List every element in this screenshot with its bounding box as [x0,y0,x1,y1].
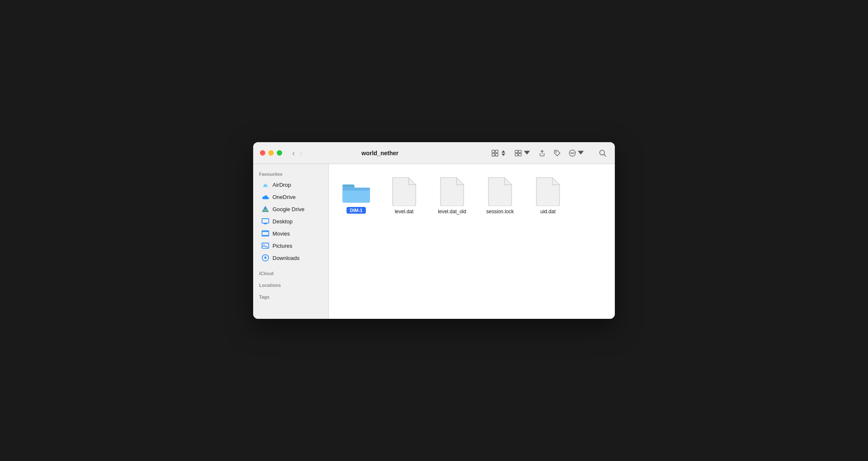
file-name: level.dat [395,209,414,215]
sidebar-item-label: AirDrop [273,182,291,188]
grid-view-button[interactable] [490,148,509,159]
sidebar-item-pictures[interactable]: Pictures [256,240,326,252]
onedrive-icon [262,193,269,201]
svg-rect-32 [264,235,265,236]
svg-line-14 [604,154,606,156]
svg-point-13 [600,150,604,155]
more-icon [569,149,576,157]
file-generic-icon [389,176,419,206]
chevron-updown-icon [500,149,507,157]
svg-point-11 [572,153,573,154]
sidebar-item-desktop[interactable]: Desktop [256,215,326,227]
desktop-icon [262,217,269,225]
close-button[interactable] [260,150,265,156]
tag-icon [553,149,561,157]
pictures-icon [262,242,269,249]
chevron-down-icon [523,149,531,157]
svg-point-36 [264,244,265,245]
file-name: uid.dat [540,209,556,215]
folder-badge: DIM-1 [347,207,366,214]
file-item-leveldatold[interactable]: level.dat_old [433,172,471,218]
file-generic-icon [437,176,467,206]
googledrive-icon [262,205,269,213]
file-item-sessionlock[interactable]: session.lock [481,172,519,218]
downloads-icon [262,254,269,262]
sidebar-item-label: Google Drive [273,206,304,212]
svg-marker-19 [262,209,268,212]
file-browser: DIM-1 level.dat [329,164,615,319]
svg-point-12 [573,153,574,154]
sidebar-item-label: Pictures [273,243,292,249]
svg-rect-31 [263,235,264,236]
list-icon [515,149,522,157]
svg-rect-33 [266,235,267,236]
tags-label: Tags [253,292,328,301]
movies-icon [262,230,269,237]
sidebar-item-onedrive[interactable]: OneDrive [256,191,326,203]
minimize-button[interactable] [268,150,274,156]
svg-rect-28 [264,231,265,232]
sidebar-item-downloads[interactable]: Downloads [256,252,326,264]
sidebar-item-airdrop[interactable]: AirDrop [256,179,326,191]
sidebar-item-movies[interactable]: Movies [256,228,326,239]
airdrop-icon [262,181,269,188]
sidebar-item-googledrive[interactable]: Google Drive [256,203,326,215]
toolbar-right [490,148,608,159]
svg-rect-27 [263,231,264,232]
main-content: Favourites AirDrop [253,164,615,319]
icloud-label: iCloud [253,268,328,278]
share-icon [538,149,546,157]
svg-rect-34 [267,235,268,236]
file-name: session.lock [486,209,513,215]
sidebar-item-label: Movies [273,231,290,237]
finder-window: ‹ › world_nether [253,142,615,319]
svg-rect-5 [519,150,521,153]
titlebar: ‹ › world_nether [253,142,615,164]
tag-button[interactable] [552,148,563,159]
svg-rect-6 [515,153,518,156]
svg-rect-30 [267,231,268,232]
svg-rect-3 [495,153,498,156]
svg-rect-1 [495,150,498,152]
svg-rect-7 [519,153,521,156]
svg-point-16 [265,185,266,186]
svg-point-10 [571,153,572,154]
folder-icon [341,176,371,206]
chevron-down-small-icon [577,149,585,157]
search-button[interactable] [597,148,608,159]
file-name: level.dat_old [438,209,466,215]
locations-label: Locations [253,280,328,289]
favourites-label: Favourites [253,169,328,178]
file-item-leveldat[interactable]: level.dat [385,172,423,218]
more-button[interactable] [567,148,586,159]
files-grid: DIM-1 level.dat [337,172,606,218]
file-item-uiddat[interactable]: uid.dat [529,172,567,218]
svg-rect-29 [266,231,267,232]
svg-rect-2 [492,153,495,156]
sidebar-item-label: Desktop [273,218,293,225]
file-generic-icon [485,176,515,206]
sidebar: Favourites AirDrop [253,164,329,319]
sidebar-item-label: Downloads [273,255,299,261]
share-button[interactable] [537,148,548,159]
svg-rect-0 [492,150,495,152]
search-icon [599,149,606,157]
list-view-button[interactable] [513,148,532,159]
window-title: world_nether [275,150,484,156]
file-item-dim1[interactable]: DIM-1 [337,172,375,217]
grid-icon [491,149,499,157]
svg-rect-4 [515,150,518,153]
file-generic-icon [533,176,563,206]
svg-point-8 [556,151,556,152]
svg-rect-21 [262,219,269,223]
sidebar-item-label: OneDrive [273,194,296,200]
